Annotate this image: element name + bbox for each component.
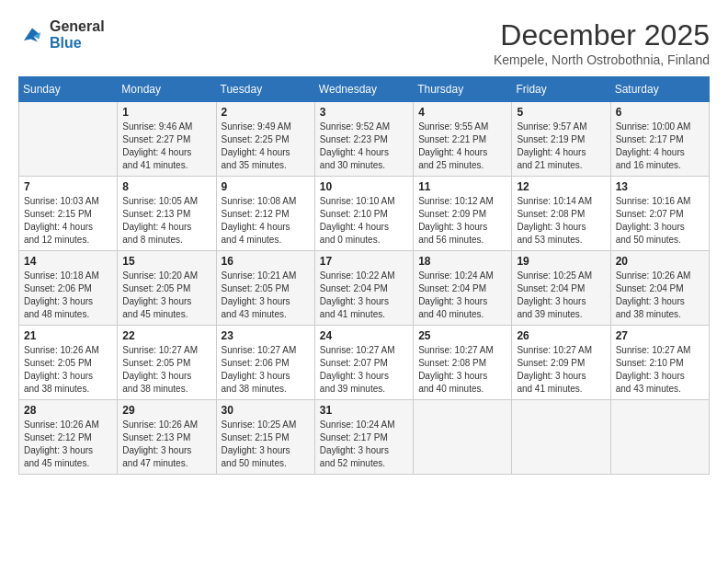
day-number: 11 xyxy=(418,180,506,193)
day-cell: 24Sunrise: 10:27 AMSunset: 2:07 PMDaylig… xyxy=(314,326,413,400)
day-number: 8 xyxy=(122,180,210,193)
day-cell: 15Sunrise: 10:20 AMSunset: 2:05 PMDaylig… xyxy=(118,251,216,326)
day-cell: 21Sunrise: 10:26 AMSunset: 2:05 PMDaylig… xyxy=(19,326,118,400)
day-info: Sunrise: 10:20 AMSunset: 2:05 PMDaylight… xyxy=(122,270,210,321)
day-number: 28 xyxy=(24,404,112,417)
day-info: Sunrise: 10:27 AMSunset: 2:06 PMDaylight… xyxy=(222,344,310,396)
day-info: Sunrise: 10:14 AMSunset: 2:08 PMDaylight… xyxy=(517,195,605,247)
day-number: 31 xyxy=(320,404,408,417)
day-cell: 9Sunrise: 10:08 AMSunset: 2:12 PMDayligh… xyxy=(216,177,314,251)
day-number: 13 xyxy=(616,180,704,193)
day-cell: 13Sunrise: 10:16 AMSunset: 2:07 PMDaylig… xyxy=(610,177,709,251)
day-cell: 18Sunrise: 10:24 AMSunset: 2:04 PMDaylig… xyxy=(414,251,512,326)
day-number: 16 xyxy=(222,255,310,268)
day-info: Sunrise: 10:18 AMSunset: 2:06 PMDaylight… xyxy=(24,270,112,321)
day-info: Sunrise: 10:25 AMSunset: 2:04 PMDaylight… xyxy=(517,270,605,321)
header-cell-monday: Monday xyxy=(118,77,216,102)
day-cell: 25Sunrise: 10:27 AMSunset: 2:08 PMDaylig… xyxy=(414,326,512,400)
day-cell: 27Sunrise: 10:27 AMSunset: 2:10 PMDaylig… xyxy=(610,326,709,400)
day-info: Sunrise: 10:26 AMSunset: 2:13 PMDaylight… xyxy=(122,419,210,470)
day-number: 6 xyxy=(616,106,704,119)
day-cell: 12Sunrise: 10:14 AMSunset: 2:08 PMDaylig… xyxy=(512,177,610,251)
day-number: 30 xyxy=(222,404,310,417)
day-cell: 1Sunrise: 9:46 AMSunset: 2:27 PMDaylight… xyxy=(118,102,216,177)
day-info: Sunrise: 10:21 AMSunset: 2:05 PMDaylight… xyxy=(222,270,310,321)
day-info: Sunrise: 10:12 AMSunset: 2:09 PMDaylight… xyxy=(418,195,506,247)
day-cell: 28Sunrise: 10:26 AMSunset: 2:12 PMDaylig… xyxy=(19,400,118,475)
day-number: 25 xyxy=(418,329,506,342)
week-row-3: 14Sunrise: 10:18 AMSunset: 2:06 PMDaylig… xyxy=(19,251,710,326)
day-number: 7 xyxy=(24,180,112,193)
day-number: 22 xyxy=(122,329,210,342)
week-row-5: 28Sunrise: 10:26 AMSunset: 2:12 PMDaylig… xyxy=(19,400,710,475)
header-cell-saturday: Saturday xyxy=(610,77,709,102)
day-cell xyxy=(414,400,512,475)
day-info: Sunrise: 10:05 AMSunset: 2:13 PMDaylight… xyxy=(122,195,210,247)
day-cell: 17Sunrise: 10:22 AMSunset: 2:04 PMDaylig… xyxy=(314,251,413,326)
day-number: 14 xyxy=(24,255,112,268)
day-cell: 11Sunrise: 10:12 AMSunset: 2:09 PMDaylig… xyxy=(414,177,512,251)
day-cell: 2Sunrise: 9:49 AMSunset: 2:25 PMDaylight… xyxy=(216,102,314,177)
logo-line2: Blue xyxy=(50,35,105,52)
day-cell: 14Sunrise: 10:18 AMSunset: 2:06 PMDaylig… xyxy=(19,251,118,326)
day-number: 20 xyxy=(616,255,704,268)
day-cell: 23Sunrise: 10:27 AMSunset: 2:06 PMDaylig… xyxy=(216,326,314,400)
week-row-2: 7Sunrise: 10:03 AMSunset: 2:15 PMDayligh… xyxy=(19,177,710,251)
day-cell: 8Sunrise: 10:05 AMSunset: 2:13 PMDayligh… xyxy=(118,177,216,251)
day-cell: 20Sunrise: 10:26 AMSunset: 2:04 PMDaylig… xyxy=(610,251,709,326)
day-number: 17 xyxy=(320,255,408,268)
day-number: 24 xyxy=(320,329,408,342)
day-cell: 29Sunrise: 10:26 AMSunset: 2:13 PMDaylig… xyxy=(118,400,216,475)
day-info: Sunrise: 10:26 AMSunset: 2:04 PMDaylight… xyxy=(616,270,704,321)
location: Kempele, North Ostrobothnia, Finland xyxy=(494,52,710,67)
day-cell: 5Sunrise: 9:57 AMSunset: 2:19 PMDaylight… xyxy=(512,102,610,177)
day-number: 4 xyxy=(418,106,506,119)
day-number: 3 xyxy=(320,106,408,119)
day-cell: 16Sunrise: 10:21 AMSunset: 2:05 PMDaylig… xyxy=(216,251,314,326)
day-cell: 4Sunrise: 9:55 AMSunset: 2:21 PMDaylight… xyxy=(414,102,512,177)
day-cell: 6Sunrise: 10:00 AMSunset: 2:17 PMDayligh… xyxy=(610,102,709,177)
day-info: Sunrise: 10:27 AMSunset: 2:05 PMDaylight… xyxy=(122,344,210,396)
day-info: Sunrise: 10:00 AMSunset: 2:17 PMDaylight… xyxy=(616,121,704,172)
day-cell xyxy=(512,400,610,475)
day-number: 5 xyxy=(517,106,605,119)
day-cell: 30Sunrise: 10:25 AMSunset: 2:15 PMDaylig… xyxy=(216,400,314,475)
day-info: Sunrise: 10:26 AMSunset: 2:05 PMDaylight… xyxy=(24,344,112,396)
page-header: General Blue December 2025 Kempele, Nort… xyxy=(18,18,710,67)
day-info: Sunrise: 9:52 AMSunset: 2:23 PMDaylight:… xyxy=(320,121,408,172)
day-info: Sunrise: 10:10 AMSunset: 2:10 PMDaylight… xyxy=(320,195,408,247)
day-cell: 26Sunrise: 10:27 AMSunset: 2:09 PMDaylig… xyxy=(512,326,610,400)
day-info: Sunrise: 10:24 AMSunset: 2:17 PMDaylight… xyxy=(320,419,408,470)
header-row: SundayMondayTuesdayWednesdayThursdayFrid… xyxy=(19,77,710,102)
day-info: Sunrise: 10:27 AMSunset: 2:08 PMDaylight… xyxy=(418,344,506,396)
day-info: Sunrise: 10:24 AMSunset: 2:04 PMDaylight… xyxy=(418,270,506,321)
day-number: 1 xyxy=(122,106,210,119)
day-number: 15 xyxy=(122,255,210,268)
day-cell xyxy=(19,102,118,177)
day-info: Sunrise: 9:55 AMSunset: 2:21 PMDaylight:… xyxy=(418,121,506,172)
header-cell-tuesday: Tuesday xyxy=(216,77,314,102)
header-cell-friday: Friday xyxy=(512,77,610,102)
day-number: 9 xyxy=(222,180,310,193)
logo-bird-icon xyxy=(18,21,46,49)
day-info: Sunrise: 9:46 AMSunset: 2:27 PMDaylight:… xyxy=(122,121,210,172)
day-number: 26 xyxy=(517,329,605,342)
logo-text: General Blue xyxy=(50,18,105,52)
day-info: Sunrise: 10:26 AMSunset: 2:12 PMDaylight… xyxy=(24,419,112,470)
day-info: Sunrise: 10:27 AMSunset: 2:10 PMDaylight… xyxy=(616,344,704,396)
header-cell-sunday: Sunday xyxy=(19,77,118,102)
header-cell-wednesday: Wednesday xyxy=(314,77,413,102)
day-number: 21 xyxy=(24,329,112,342)
day-number: 10 xyxy=(320,180,408,193)
day-cell: 19Sunrise: 10:25 AMSunset: 2:04 PMDaylig… xyxy=(512,251,610,326)
day-info: Sunrise: 9:57 AMSunset: 2:19 PMDaylight:… xyxy=(517,121,605,172)
day-number: 2 xyxy=(222,106,310,119)
day-cell: 22Sunrise: 10:27 AMSunset: 2:05 PMDaylig… xyxy=(118,326,216,400)
day-number: 18 xyxy=(418,255,506,268)
logo: General Blue xyxy=(18,18,105,52)
day-cell: 7Sunrise: 10:03 AMSunset: 2:15 PMDayligh… xyxy=(19,177,118,251)
day-number: 19 xyxy=(517,255,605,268)
day-number: 12 xyxy=(517,180,605,193)
day-cell: 3Sunrise: 9:52 AMSunset: 2:23 PMDaylight… xyxy=(314,102,413,177)
day-number: 23 xyxy=(222,329,310,342)
